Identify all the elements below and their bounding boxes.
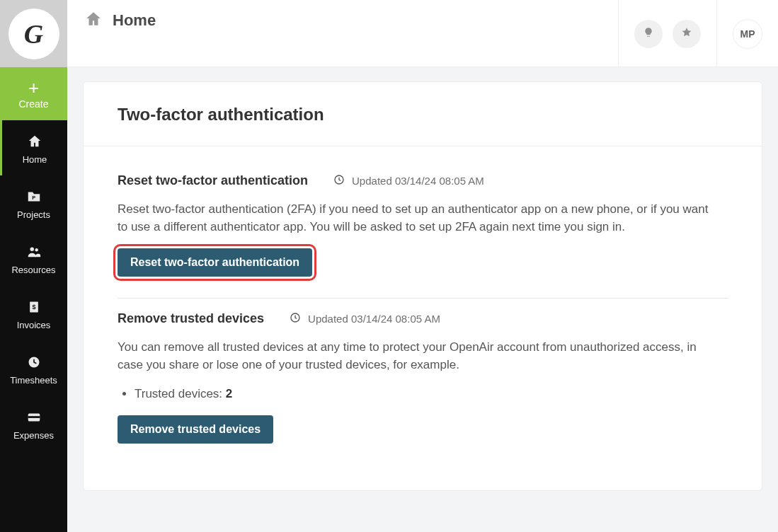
section-title: Reset two-factor authentication [118, 173, 308, 188]
list-item: Trusted devices: 2 [135, 387, 728, 401]
tips-button[interactable] [634, 20, 663, 48]
svg-rect-7 [28, 416, 40, 418]
settings-card: Two-factor authentication Reset two-fact… [83, 81, 762, 491]
updated-text: Updated 03/14/24 08:05 AM [308, 313, 440, 325]
clock-icon [25, 354, 42, 371]
section-reset-2fa: Reset two-factor authentication Updated … [118, 161, 728, 298]
home-icon [84, 10, 103, 31]
breadcrumb: Home [84, 10, 156, 31]
sidebar-item-timesheets[interactable]: Timesheets [0, 341, 67, 396]
header-actions [618, 0, 716, 67]
svg-point-1 [30, 248, 34, 252]
card-title: Two-factor authentication [118, 105, 728, 125]
sidebar-item-projects[interactable]: P Projects [0, 175, 67, 231]
people-icon [25, 243, 42, 260]
header: Home MP [67, 0, 778, 67]
updated-stamp: Updated 03/14/24 08:05 AM [290, 312, 440, 325]
lightbulb-icon [643, 27, 654, 41]
sidebar-item-label: Projects [17, 209, 50, 220]
updated-text: Updated 03/14/24 08:05 AM [352, 175, 484, 187]
trusted-devices-count: 2 [226, 387, 232, 400]
sidebar-item-label: Expenses [13, 430, 54, 441]
updated-stamp: Updated 03/14/24 08:05 AM [333, 174, 484, 187]
svg-point-2 [35, 248, 38, 251]
favorites-button[interactable] [673, 20, 701, 48]
section-remove-trusted: Remove trusted devices Updated 03/14/24 … [118, 298, 728, 464]
sidebar-item-invoices[interactable]: $ Invoices [0, 286, 67, 341]
section-description: You can remove all trusted devices at an… [118, 339, 712, 374]
trusted-devices-label: Trusted devices: [135, 387, 226, 400]
section-title: Remove trusted devices [118, 311, 264, 326]
plus-icon: + [28, 79, 39, 97]
sidebar-item-label: Invoices [17, 320, 51, 330]
create-label: Create [18, 98, 48, 110]
page-title: Home [113, 11, 156, 30]
logo-tile: G [0, 0, 67, 67]
sidebar-item-expenses[interactable]: Expenses [0, 396, 67, 451]
sidebar-item-label: Home [23, 154, 47, 165]
avatar[interactable]: MP [733, 19, 762, 49]
clock-icon [333, 174, 345, 187]
svg-text:$: $ [32, 303, 35, 311]
app-logo[interactable]: G [8, 8, 59, 59]
main-content: Two-factor authentication Reset two-fact… [67, 67, 778, 532]
header-user: MP [716, 0, 778, 67]
sidebar-item-resources[interactable]: Resources [0, 231, 67, 286]
clock-icon [290, 312, 301, 325]
folder-icon: P [25, 188, 42, 205]
invoice-icon: $ [25, 299, 42, 316]
sidebar-item-label: Timesheets [10, 375, 57, 386]
create-button[interactable]: + Create [0, 67, 67, 120]
sidebar-item-home[interactable]: Home [0, 120, 67, 175]
svg-text:P: P [32, 195, 35, 201]
card-icon [25, 409, 42, 426]
sidebar: G + Create Home P Projects Resources $ [0, 0, 67, 532]
trusted-devices-list: Trusted devices: 2 [135, 387, 728, 401]
star-icon [681, 27, 692, 41]
remove-trusted-devices-button[interactable]: Remove trusted devices [118, 415, 273, 444]
sidebar-item-label: Resources [11, 265, 55, 275]
home-icon [26, 133, 43, 150]
section-description: Reset two-factor authentication (2FA) if… [118, 201, 712, 236]
reset-2fa-button[interactable]: Reset two-factor authentication [118, 248, 312, 277]
sidebar-nav: Home P Projects Resources $ Invoices Tim… [0, 120, 67, 532]
